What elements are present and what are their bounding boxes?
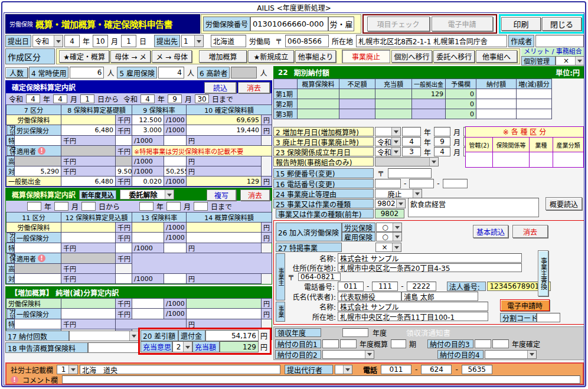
chevron-down-icon[interactable]: [54, 35, 63, 47]
kakushu-hoken-field[interactable]: [493, 152, 530, 167]
merit-label[interactable]: メリット / 事務組合: [521, 48, 584, 56]
submit-day-field[interactable]: 1: [121, 35, 136, 47]
kakutei-y2-field[interactable]: 4: [141, 94, 155, 103]
base-cell[interactable]: [15, 243, 61, 253]
close-button[interactable]: 閉じる: [542, 17, 582, 31]
r25-name-field[interactable]: 飲食店経営: [408, 198, 539, 217]
submit-pref-field[interactable]: 北海道: [211, 35, 246, 47]
r2-year-field[interactable]: [402, 127, 421, 136]
kakutei-d1-field[interactable]: 1: [80, 94, 94, 103]
amount-cell[interactable]: [187, 233, 262, 243]
gaisan-clear-button[interactable]: 消去: [240, 189, 270, 201]
gaisan-y1-field[interactable]: [27, 202, 41, 211]
owner-tel3-field[interactable]: 2222: [407, 282, 436, 291]
chevron-down-icon[interactable]: [194, 35, 203, 47]
submit-addr-field[interactable]: 札幌市北区北8西2-1-1 札幌第1合同庁舎: [356, 35, 507, 47]
gaisan-itaku-select[interactable]: 委託解除: [120, 189, 174, 200]
kubun-tajiso-yori-button[interactable]: 他事組より: [295, 50, 337, 63]
r23-month-field[interactable]: 4: [434, 147, 450, 156]
rate-cell[interactable]: [132, 233, 164, 243]
chevron-down-icon[interactable]: [391, 138, 400, 146]
kubun-botai-me-button[interactable]: 母体 → メ: [110, 50, 151, 63]
nofu-cell[interactable]: [476, 89, 517, 99]
r16-tel3-field[interactable]: [443, 179, 468, 188]
m2-select[interactable]: [322, 350, 374, 359]
kubun-kobetsu-ikou-button[interactable]: 個別へ移行: [391, 50, 433, 63]
headcount-c5-field[interactable]: 4: [158, 67, 184, 79]
chevron-down-icon[interactable]: [343, 365, 352, 374]
chevron-down-icon[interactable]: [527, 351, 536, 358]
gaisan-cell[interactable]: [298, 99, 339, 109]
daiko-select[interactable]: [335, 365, 352, 374]
r16-tel2-field[interactable]: [409, 179, 434, 188]
gaisan-y2-field[interactable]: [139, 202, 153, 211]
kyoshutsu-cell[interactable]: 129: [412, 89, 446, 99]
chevron-down-icon[interactable]: [413, 189, 422, 198]
base-cell[interactable]: [61, 309, 116, 319]
yobi-cell[interactable]: 0: [446, 99, 476, 109]
yobi-cell[interactable]: 0: [446, 109, 476, 119]
fusoku-cell[interactable]: [339, 89, 375, 99]
owner-tel2-field[interactable]: 111: [372, 282, 398, 291]
kakushu-kankatsu-field[interactable]: [466, 152, 493, 167]
kakutei-m2-field[interactable]: 9: [168, 94, 182, 103]
footer-tel2-field[interactable]: 624: [421, 365, 452, 374]
r23-year-field[interactable]: 3: [402, 147, 421, 156]
footer-tel3-field[interactable]: 5635: [462, 365, 492, 374]
headcount-c6-field[interactable]: [231, 67, 257, 79]
nofu-cell[interactable]: [476, 99, 517, 109]
chevron-down-icon[interactable]: [396, 200, 405, 208]
kakutei-d2-field[interactable]: 30: [195, 94, 209, 103]
juto-cell[interactable]: [375, 99, 412, 109]
amount-cell[interactable]: [187, 299, 262, 309]
rate-cell[interactable]: [116, 243, 132, 253]
r27-select[interactable]: ×: [375, 243, 401, 252]
amount-cell[interactable]: [187, 223, 262, 233]
chevron-down-icon[interactable]: [68, 365, 77, 374]
juto-cell[interactable]: [375, 89, 412, 99]
m1-field-b[interactable]: [340, 339, 357, 348]
kakutei-m1-field[interactable]: 4: [53, 94, 67, 103]
item-check-button[interactable]: 項目チェック: [367, 17, 430, 31]
kanri-select[interactable]: ×: [556, 56, 584, 66]
rate-cell[interactable]: [132, 309, 164, 319]
r15-zip-field[interactable]: [388, 168, 432, 178]
m3-field-b[interactable]: [492, 339, 509, 348]
report-select[interactable]: [375, 157, 439, 166]
base-cell[interactable]: [15, 274, 61, 284]
m4-select[interactable]: [485, 350, 537, 359]
owner-rewrite-button[interactable]: 事業主書換: [538, 250, 548, 296]
base-cell[interactable]: [61, 253, 116, 264]
juto-cell[interactable]: [375, 109, 412, 119]
gaisan-m1-field[interactable]: [54, 202, 68, 211]
koyou-select[interactable]: ○: [376, 232, 402, 241]
ryoshu-nendo-field[interactable]: [342, 328, 368, 337]
juto-field[interactable]: 129: [220, 341, 259, 352]
kakutei-y1-field[interactable]: 4: [26, 94, 40, 103]
base-cell[interactable]: 6,480: [61, 125, 116, 136]
comment-field[interactable]: [62, 375, 580, 384]
m3-field-a[interactable]: [475, 339, 491, 348]
kakushu-gyoshu-field[interactable]: [530, 152, 553, 167]
footer-tel1-field[interactable]: 011: [381, 365, 411, 374]
chevron-down-icon[interactable]: [391, 128, 400, 136]
chevron-down-icon[interactable]: [393, 233, 401, 241]
gaisan-cell[interactable]: [298, 89, 339, 99]
r25b-code-field[interactable]: 9802: [375, 209, 404, 218]
headcount-c4-field[interactable]: 6: [70, 67, 104, 79]
base-cell[interactable]: 6,480: [61, 176, 116, 187]
amount-cell[interactable]: [164, 156, 187, 166]
chevron-down-icon[interactable]: [575, 57, 584, 65]
r17-select[interactable]: [69, 331, 139, 341]
kubun-tajiso-e-button[interactable]: 他事組へ: [476, 50, 517, 63]
gaisan-d1-field[interactable]: [81, 202, 96, 211]
base-cell[interactable]: [15, 156, 61, 166]
amount-cell[interactable]: 50,255: [164, 166, 187, 176]
amount-cell[interactable]: 129: [187, 176, 262, 187]
gaisan-copy-button[interactable]: 複写: [207, 189, 236, 201]
zougen-cell[interactable]: [517, 89, 552, 99]
rate-cell[interactable]: 3.000: [132, 125, 164, 136]
base-cell[interactable]: [61, 115, 116, 125]
chevron-down-icon[interactable]: [365, 351, 374, 358]
kanpu-field[interactable]: 54,176: [205, 330, 259, 341]
